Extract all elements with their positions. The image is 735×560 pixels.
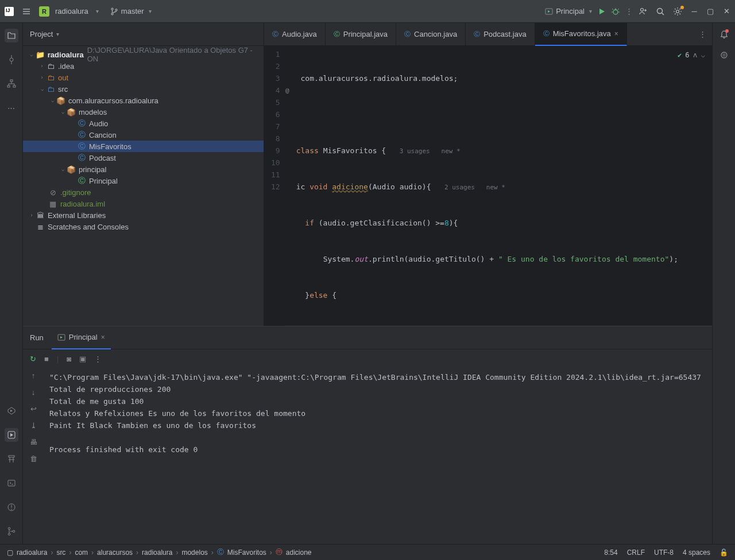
close-run-tab-icon[interactable]: × <box>101 333 105 341</box>
tab-audio[interactable]: ⒸAudio.java <box>264 23 326 46</box>
tabs-more-icon[interactable]: ⋮ <box>693 30 712 38</box>
close-tab-icon[interactable]: × <box>614 30 618 38</box>
rerun-button[interactable]: ↻ <box>30 355 36 363</box>
tree-iml[interactable]: ▦radioalura.iml <box>23 198 264 209</box>
chevron-down-icon: ▾ <box>96 8 99 14</box>
project-tree[interactable]: ⌵📁radioaluraD:\JORGE\ALURA\Java Orientad… <box>23 46 264 235</box>
run-button[interactable] <box>598 7 606 15</box>
commit-tool-icon[interactable] <box>5 53 18 67</box>
soft-wrap-icon[interactable]: ↩ <box>30 405 37 413</box>
services-tool-icon[interactable] <box>5 404 18 418</box>
scroll-end-icon[interactable]: ⤓ <box>30 421 37 430</box>
vcs-branch-selector[interactable]: master▾ <box>110 7 152 15</box>
more-tools-icon[interactable]: ⋯ <box>5 101 18 115</box>
run-tab-principal[interactable]: Principal × <box>52 326 111 349</box>
titlebar: R radioalura▾ master▾ Principal▾ ⋮ ─ ▢ <box>0 0 735 23</box>
maximize-button[interactable]: ▢ <box>706 7 714 15</box>
project-name[interactable]: radioalura <box>55 7 88 15</box>
file-encoding[interactable]: UTF-8 <box>654 549 674 557</box>
line-separator[interactable]: CRLF <box>627 549 645 557</box>
svg-marker-51 <box>60 336 63 339</box>
stop-button[interactable]: ■ <box>44 355 49 363</box>
branch-icon <box>110 7 118 15</box>
tree-file-principal[interactable]: ⒸPrincipal <box>23 175 264 186</box>
svg-point-5 <box>115 9 117 10</box>
svg-line-26 <box>680 13 681 14</box>
project-tool-icon[interactable] <box>5 29 18 42</box>
editor-gutter: 1 2 3 4@ 5 6 7 8 9 10 11 12 <box>264 46 285 326</box>
scroll-up-icon[interactable]: ↑ <box>32 371 36 380</box>
code-editor[interactable]: ✔6ᴧ ⌵ 1 2 3 4@ 5 6 7 8 9 10 11 12 <box>264 46 712 326</box>
run-label: Run <box>30 333 44 342</box>
svg-point-47 <box>8 527 10 530</box>
tab-misfavoritos[interactable]: ⒸMisFavoritos.java× <box>535 23 627 46</box>
svg-point-46 <box>11 509 12 510</box>
minimize-button[interactable]: ─ <box>690 7 698 15</box>
terminal-tool-icon[interactable] <box>5 476 18 490</box>
print-icon[interactable]: 🖶 <box>30 438 37 446</box>
tree-file-cancion[interactable]: ⒸCancion <box>23 129 264 141</box>
tree-principal-pkg[interactable]: ⌵📦principal <box>23 164 264 175</box>
svg-point-3 <box>111 8 113 10</box>
close-button[interactable]: ✕ <box>722 7 730 15</box>
caret-position[interactable]: 8:54 <box>604 549 617 557</box>
notifications-icon[interactable] <box>719 30 729 39</box>
editor-pane: ⒸAudio.java ⒸPrincipal.java ⒸCancion.jav… <box>264 23 712 326</box>
more-actions-button[interactable]: ⋮ <box>625 7 633 15</box>
tab-podcast[interactable]: ⒸPodcast.java <box>466 23 535 46</box>
tab-principal[interactable]: ⒸPrincipal.java <box>326 23 396 46</box>
ide-logo-icon <box>5 7 14 16</box>
problems-tool-icon[interactable] <box>5 500 18 514</box>
editor-tabstrip: ⒸAudio.java ⒸPrincipal.java ⒸCancion.jav… <box>264 23 712 46</box>
tree-src[interactable]: ⌵🗀src <box>23 83 264 95</box>
tree-root[interactable]: ⌵📁radioaluraD:\JORGE\ALURA\Java Orientad… <box>23 49 264 60</box>
project-pane-header[interactable]: Project▾ <box>23 23 264 46</box>
svg-line-11 <box>612 9 613 10</box>
structure-tool-icon[interactable] <box>5 77 18 91</box>
svg-point-52 <box>721 52 727 58</box>
vcs-tool-icon[interactable] <box>5 524 18 538</box>
snapshot-button[interactable]: ◙ <box>67 355 71 363</box>
clear-icon[interactable]: 🗑 <box>30 454 37 463</box>
tree-pkg[interactable]: ⌵📦com.aluracursos.radioalura <box>23 95 264 106</box>
settings-icon[interactable] <box>673 7 682 16</box>
main-menu-button[interactable] <box>20 5 33 18</box>
svg-line-27 <box>675 13 676 14</box>
run-config-icon <box>57 333 65 341</box>
tree-scratches[interactable]: ≣Scratches and Consoles <box>23 221 264 232</box>
tree-out[interactable]: ›🗀out <box>23 72 264 83</box>
tree-modelos[interactable]: ⌵📦modelos <box>23 106 264 118</box>
svg-point-49 <box>13 530 15 532</box>
more-run-icon[interactable]: ⋮ <box>94 355 102 363</box>
scroll-down-icon[interactable]: ↓ <box>32 388 36 396</box>
readonly-lock-icon[interactable]: 🔓 <box>719 549 728 557</box>
inspection-widget[interactable]: ✔6ᴧ ⌵ <box>678 49 705 61</box>
right-tool-strip <box>712 23 735 544</box>
breadcrumbs[interactable]: ▢ radioalura› src› com› aluracursos› rad… <box>7 547 312 557</box>
tree-file-misfavoritos[interactable]: ⒸMisFavoritos <box>23 141 264 152</box>
code-with-me-icon[interactable] <box>639 7 648 16</box>
override-icon[interactable]: @ <box>285 84 289 96</box>
tree-ext-libs[interactable]: ›🏛External Libraries <box>23 209 264 221</box>
svg-marker-7 <box>548 10 550 13</box>
console-output[interactable]: "C:\Program Files\Java\jdk-17\bin\java.e… <box>44 368 712 544</box>
svg-point-9 <box>613 10 618 14</box>
run-toolwindow: Run Principal × ↻ ■ | ◙ ▣ ⋮ ↑ ↓ ↩ <box>23 326 712 544</box>
ai-assistant-icon[interactable] <box>719 50 729 60</box>
svg-marker-40 <box>10 410 13 412</box>
tab-cancion[interactable]: ⒸCancion.java <box>396 23 466 46</box>
indent-setting[interactable]: 4 spaces <box>683 549 710 557</box>
run-config-selector[interactable]: Principal▾ <box>545 7 592 15</box>
svg-marker-8 <box>599 9 605 14</box>
build-tool-icon[interactable] <box>5 452 18 466</box>
tree-file-audio[interactable]: ⒸAudio <box>23 118 264 129</box>
run-tool-icon[interactable] <box>5 428 18 442</box>
svg-rect-34 <box>13 85 16 87</box>
tree-gitignore[interactable]: ⊘.gitignore <box>23 186 264 198</box>
project-pane: Project▾ ⌵📁radioaluraD:\JORGE\ALURA\Java… <box>23 23 264 326</box>
tree-file-podcast[interactable]: ⒸPodcast <box>23 152 264 164</box>
debug-button[interactable] <box>612 7 620 15</box>
search-everywhere-icon[interactable] <box>656 7 665 16</box>
svg-point-20 <box>676 10 679 13</box>
layout-button[interactable]: ▣ <box>79 355 86 363</box>
